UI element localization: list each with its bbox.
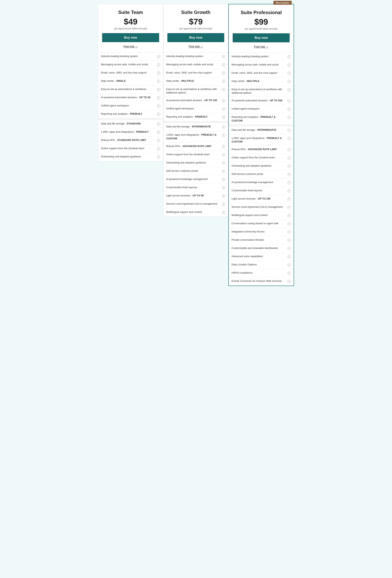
info-icon[interactable]: i: [222, 125, 225, 129]
info-icon[interactable]: i: [222, 170, 225, 173]
feature-item: Email, voice, SMS, and live chat support…: [98, 69, 163, 77]
feature-item: Help center - MULTIPLEi: [163, 77, 228, 86]
info-icon[interactable]: i: [287, 173, 291, 176]
info-icon[interactable]: i: [287, 222, 291, 226]
info-icon[interactable]: i: [287, 239, 291, 242]
info-icon[interactable]: i: [157, 63, 160, 67]
info-icon[interactable]: i: [157, 55, 160, 58]
info-icon[interactable]: i: [222, 186, 225, 190]
feature-text: Help center - MULTIPLE: [232, 79, 287, 83]
feature-text: Data and file storage - INTERMEDIATE: [232, 128, 287, 132]
feature-bold: ADVANCED RATE LIMIT: [183, 145, 211, 147]
info-icon[interactable]: i: [222, 115, 225, 119]
info-icon[interactable]: i: [157, 112, 160, 116]
info-icon[interactable]: i: [157, 155, 160, 159]
info-icon[interactable]: i: [157, 88, 160, 91]
info-icon[interactable]: i: [222, 178, 225, 181]
plan-name: Suite Team: [102, 10, 159, 15]
feature-item: Data and file storage - STANDARDi: [98, 120, 163, 128]
info-icon[interactable]: i: [287, 181, 291, 185]
buy-now-button[interactable]: Buy now: [233, 33, 290, 42]
features-list: Industry-leading ticketing systemiMessag…: [229, 53, 294, 286]
info-icon[interactable]: i: [157, 96, 160, 99]
info-icon[interactable]: i: [287, 255, 291, 258]
info-icon[interactable]: i: [287, 206, 291, 209]
info-icon[interactable]: i: [287, 247, 291, 250]
features-list: Industry-leading ticketing systemiMessag…: [98, 52, 163, 161]
feature-bold: MULTIPLE: [182, 79, 194, 82]
feature-item: Online support from the Zendesk teami: [163, 151, 228, 159]
info-icon[interactable]: i: [222, 134, 225, 137]
info-icon[interactable]: i: [222, 202, 225, 206]
feature-item: Unified agent workspacei: [163, 105, 228, 113]
info-icon[interactable]: i: [287, 80, 291, 83]
info-icon[interactable]: i: [287, 230, 291, 234]
info-icon[interactable]: i: [157, 80, 160, 83]
section-divider: [229, 125, 294, 126]
info-icon[interactable]: i: [157, 147, 160, 150]
info-icon[interactable]: i: [287, 164, 291, 168]
feature-item: 1,000+ apps and integrations - PREBUILT …: [229, 135, 294, 146]
free-trial-link[interactable]: Free trial →: [102, 45, 159, 49]
feature-bold: PREBUILT: [195, 115, 207, 118]
info-icon[interactable]: i: [287, 129, 291, 132]
info-icon[interactable]: i: [222, 211, 225, 214]
info-icon[interactable]: i: [222, 99, 225, 102]
info-icon[interactable]: i: [222, 153, 225, 157]
feature-item: Industry-leading ticketing systemi: [229, 53, 294, 61]
info-icon[interactable]: i: [157, 131, 160, 134]
feature-item: Onboarding and adoption guidancei: [163, 159, 228, 167]
info-icon[interactable]: i: [157, 71, 160, 75]
feature-text: Online support from the Zendesk team: [166, 153, 222, 156]
info-icon[interactable]: i: [287, 72, 291, 75]
info-icon[interactable]: i: [222, 194, 225, 198]
info-icon[interactable]: i: [157, 122, 160, 126]
feature-item: 1,000+ apps and integrations - PREBUILTi: [98, 128, 163, 136]
info-icon[interactable]: i: [287, 116, 291, 119]
info-icon[interactable]: i: [157, 139, 160, 142]
info-icon[interactable]: i: [287, 280, 291, 283]
feature-bold: UP TO 500: [270, 99, 283, 102]
info-icon[interactable]: i: [222, 107, 225, 111]
info-icon[interactable]: i: [287, 107, 291, 111]
feature-item: 1,000+ apps and integrations - PREBUILT …: [163, 131, 228, 142]
plan-period: per agent/month billed annually: [102, 27, 159, 30]
free-trial-link[interactable]: Free trial →: [233, 45, 290, 49]
feature-text: Self-service customer portal: [232, 172, 287, 176]
feature-bold: PREBUILT: [136, 130, 149, 133]
feature-text: Data and file storage - STANDARD: [101, 122, 157, 125]
info-icon[interactable]: i: [287, 197, 291, 201]
info-icon[interactable]: i: [287, 99, 291, 103]
feature-item: Light access licenses - UP TO 50i: [163, 192, 228, 200]
info-icon[interactable]: i: [287, 137, 291, 140]
feature-item: Reporting and analytics - PREBUILT & CUS…: [229, 113, 294, 124]
info-icon[interactable]: i: [287, 263, 291, 267]
info-icon[interactable]: i: [222, 88, 225, 91]
info-icon[interactable]: i: [287, 63, 291, 67]
info-icon[interactable]: i: [287, 156, 291, 160]
feature-item: Onboarding and adoption guidancei: [229, 162, 294, 170]
info-icon[interactable]: i: [287, 148, 291, 151]
free-trial-link[interactable]: Free trial →: [167, 45, 224, 49]
info-icon[interactable]: i: [222, 71, 225, 75]
feature-text: Easy-to-set up automations & workflows w…: [166, 87, 222, 95]
info-icon[interactable]: i: [287, 88, 291, 92]
info-icon[interactable]: i: [157, 104, 160, 108]
feature-text: Messaging across web, mobile and social: [232, 63, 287, 66]
buy-now-button[interactable]: Buy now: [102, 33, 159, 42]
info-icon[interactable]: i: [287, 271, 291, 275]
info-icon[interactable]: i: [287, 214, 291, 217]
feature-bold: UP TO 100: [258, 197, 271, 200]
info-icon[interactable]: i: [222, 55, 225, 58]
buy-now-button[interactable]: Buy now: [167, 33, 224, 42]
info-icon[interactable]: i: [287, 189, 291, 193]
feature-text: Service Level Agreement (SLA) management: [232, 205, 287, 209]
info-icon[interactable]: i: [222, 80, 225, 83]
info-icon[interactable]: i: [287, 55, 291, 59]
feature-text: Robust APIs - ADVANCED RATE LIMIT: [166, 144, 222, 148]
feature-item: Onboarding and adoption guidancei: [98, 153, 163, 161]
info-icon[interactable]: i: [222, 63, 225, 67]
feature-bold: INTERMEDIATE: [192, 125, 211, 128]
info-icon[interactable]: i: [222, 145, 225, 148]
info-icon[interactable]: i: [222, 161, 225, 165]
